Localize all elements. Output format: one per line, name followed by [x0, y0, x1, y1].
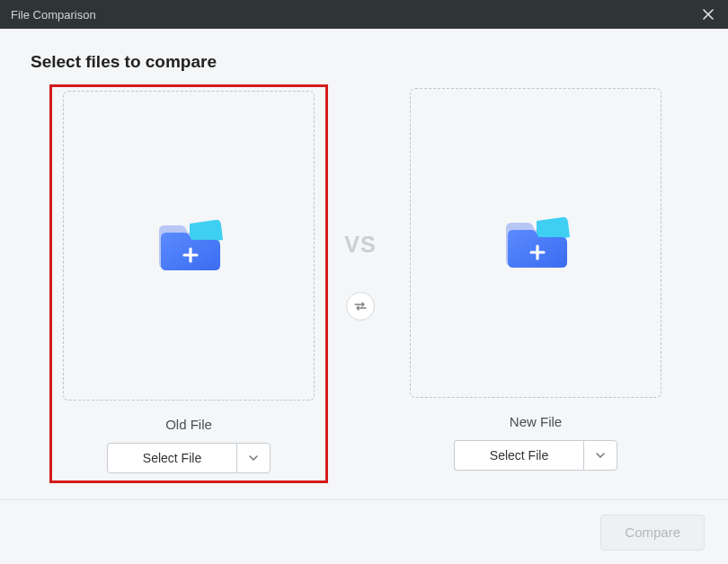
chevron-down-icon — [249, 455, 258, 461]
old-file-panel: Old File Select File — [49, 84, 328, 483]
new-file-label: New File — [510, 414, 562, 429]
old-file-select-row: Select File — [107, 443, 271, 473]
titlebar: File Comparison — [0, 0, 728, 29]
close-button[interactable] — [699, 5, 717, 23]
chevron-down-icon — [596, 453, 605, 458]
folder-add-icon — [154, 218, 224, 274]
footer-bar: Compare — [0, 499, 728, 564]
folder-add-icon — [501, 216, 571, 271]
window-title: File Comparison — [11, 8, 96, 22]
old-file-dropzone[interactable] — [63, 91, 315, 401]
old-file-select-button[interactable]: Select File — [107, 443, 236, 473]
new-file-dropzone[interactable] — [410, 88, 661, 398]
new-file-select-row: Select File — [454, 440, 617, 471]
middle-column: VS — [324, 88, 396, 321]
close-icon — [703, 9, 714, 20]
new-file-select-dropdown[interactable] — [583, 440, 617, 471]
vs-label: VS — [344, 232, 376, 258]
old-file-label: Old File — [165, 417, 212, 432]
swap-button[interactable] — [346, 292, 375, 321]
compare-button[interactable]: Compare — [600, 515, 705, 551]
page-heading: Select files to compare — [31, 52, 697, 72]
new-file-select-button[interactable]: Select File — [454, 440, 583, 471]
new-file-panel: New File Select File — [396, 88, 675, 471]
content-area: Select files to compare Old File Select … — [0, 29, 728, 476]
swap-icon — [353, 301, 368, 312]
compare-row: Old File Select File VS — [31, 88, 697, 476]
old-file-select-dropdown[interactable] — [236, 443, 271, 473]
